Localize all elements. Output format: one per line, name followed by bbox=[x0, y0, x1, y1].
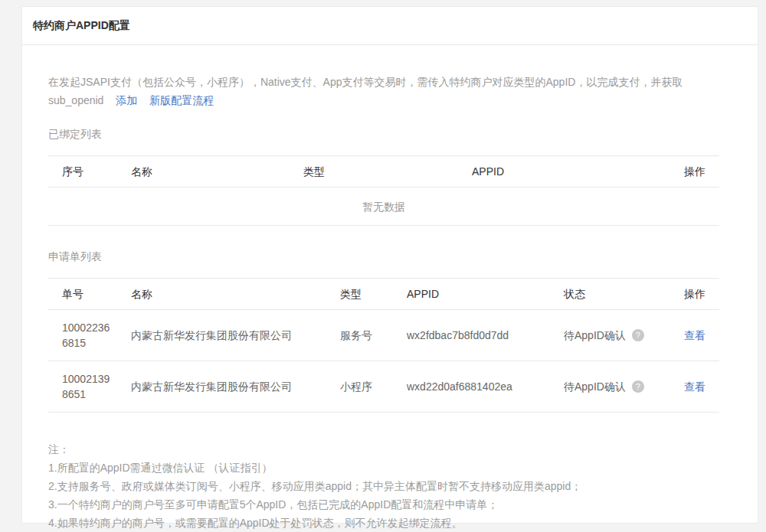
status-text: 待AppID确认 bbox=[564, 328, 626, 343]
help-icon[interactable]: ? bbox=[632, 380, 644, 393]
bound-table-header: 序号 名称 类型 APPID 操作 bbox=[48, 155, 719, 188]
cert-guide-link[interactable]: （认证指引） bbox=[208, 462, 272, 474]
order-no: 100021398651 bbox=[48, 371, 131, 402]
note-1-text: 1.所配置的AppID需通过微信认证 bbox=[48, 462, 208, 474]
view-link[interactable]: 查看 bbox=[684, 380, 705, 393]
view-link[interactable]: 查看 bbox=[684, 329, 705, 341]
apply-col-name: 名称 bbox=[131, 279, 340, 309]
apply-col-status: 状态 bbox=[564, 279, 672, 309]
apply-list-title: 申请单列表 bbox=[48, 250, 719, 264]
action-cell: 查看 bbox=[672, 328, 719, 343]
merchant-name: 内蒙古新华发行集团股份有限公司 bbox=[131, 328, 340, 343]
status-text: 待AppID确认 bbox=[564, 379, 626, 394]
appid-type: 小程序 bbox=[340, 379, 407, 394]
appid-config-panel: 特约商户APPID配置 在发起JSAPI支付（包括公众号，小程序），Native… bbox=[21, 6, 758, 524]
bound-list-title: 已绑定列表 bbox=[48, 128, 719, 142]
bound-table: 序号 名称 类型 APPID 操作 暂无数据 bbox=[48, 155, 719, 226]
intro: 在发起JSAPI支付（包括公众号，小程序），Native支付、App支付等交易时… bbox=[48, 73, 719, 109]
bound-col-no: 序号 bbox=[48, 156, 131, 187]
panel-header: 特约商户APPID配置 bbox=[22, 7, 758, 45]
note-line-2: 2.支持服务号、政府或媒体类订阅号、小程序、移动应用类appid；其中异主体配置… bbox=[48, 477, 719, 495]
bound-col-action: 操作 bbox=[672, 156, 719, 187]
table-row: 100022366815 内蒙古新华发行集团股份有限公司 服务号 wx2fdba… bbox=[48, 310, 719, 361]
new-config-flow-link[interactable]: 新版配置流程 bbox=[149, 94, 214, 106]
bound-col-appid: APPID bbox=[472, 156, 672, 187]
apply-table-header: 单号 名称 类型 APPID 状态 操作 bbox=[48, 278, 719, 310]
apply-col-action: 操作 bbox=[672, 279, 719, 309]
apply-col-type: 类型 bbox=[340, 279, 407, 309]
empty-state-text: 暂无数据 bbox=[48, 188, 719, 226]
merchant-name: 内蒙古新华发行集团股份有限公司 bbox=[131, 379, 340, 394]
help-icon[interactable]: ? bbox=[632, 329, 644, 341]
notes: 注： 1.所配置的AppID需通过微信认证 （认证指引） 2.支持服务号、政府或… bbox=[48, 440, 719, 532]
panel-body: 在发起JSAPI支付（包括公众号，小程序），Native支付、App支付等交易时… bbox=[22, 45, 758, 532]
add-link[interactable]: 添加 bbox=[116, 94, 137, 106]
note-line-1: 1.所配置的AppID需通过微信认证 （认证指引） bbox=[48, 459, 719, 477]
page-title: 特约商户APPID配置 bbox=[33, 19, 130, 31]
status-cell: 待AppID确认 ? bbox=[564, 328, 672, 343]
appid-type: 服务号 bbox=[340, 328, 407, 343]
appid-value: wxd22d0af6881402ea bbox=[407, 379, 564, 394]
note-line-3: 3.一个特约商户的商户号至多可申请配置5个AppID，包括已完成的AppID配置… bbox=[48, 495, 719, 514]
apply-table: 单号 名称 类型 APPID 状态 操作 100022366815 内蒙古新华发… bbox=[48, 278, 719, 413]
appid-value: wx2fdbac7b8fd0d7dd bbox=[407, 328, 564, 343]
order-no: 100022366815 bbox=[48, 320, 131, 351]
bound-col-type: 类型 bbox=[303, 156, 472, 187]
intro-text: 在发起JSAPI支付（包括公众号，小程序），Native支付、App支付等交易时… bbox=[48, 76, 683, 106]
action-cell: 查看 bbox=[672, 379, 719, 394]
notes-title: 注： bbox=[48, 440, 719, 459]
apply-col-appid: APPID bbox=[407, 279, 564, 309]
status-cell: 待AppID确认 ? bbox=[564, 379, 672, 394]
bound-col-name: 名称 bbox=[131, 156, 303, 187]
note-line-4: 4.如果特约商户的商户号，或需要配置的AppID处于处罚状态，则不允许发起绑定流… bbox=[48, 514, 719, 532]
apply-col-order-no: 单号 bbox=[48, 279, 131, 309]
table-row: 100021398651 内蒙古新华发行集团股份有限公司 小程序 wxd22d0… bbox=[48, 361, 719, 413]
